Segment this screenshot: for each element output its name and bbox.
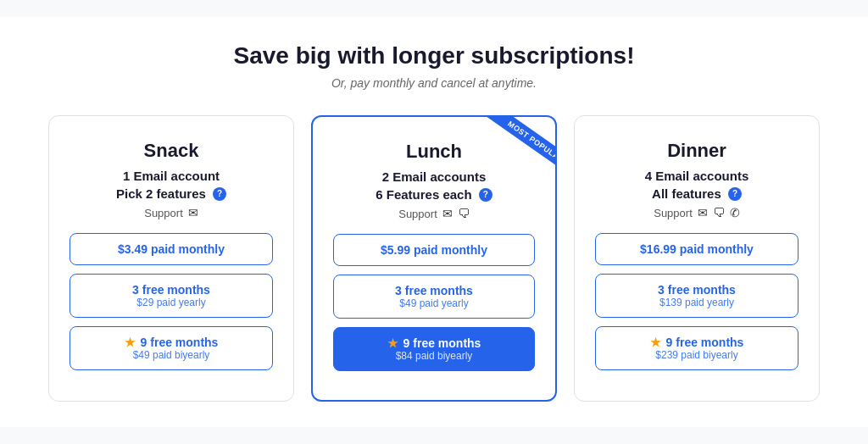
page-header: Save big with longer subscriptions! Or, … xyxy=(34,42,834,90)
phone-icon: ✆ xyxy=(730,206,740,219)
price-sub: $49 paid biyearly xyxy=(81,349,262,361)
price-main: $3.49 paid monthly xyxy=(81,242,262,256)
price-btn-dinner-0[interactable]: $16.99 paid monthly xyxy=(595,233,798,265)
info-icon[interactable]: ? xyxy=(213,187,226,201)
plans-container: Snack1 Email accountPick 2 features ?Sup… xyxy=(34,115,834,402)
support-row-dinner: Support✉🗨✆ xyxy=(654,206,740,219)
price-sub: $84 paid biyearly xyxy=(344,350,524,362)
plan-card-dinner: Dinner4 Email accountsAll features ?Supp… xyxy=(574,115,820,402)
support-row-snack: Support✉ xyxy=(144,206,198,219)
price-btn-dinner-2[interactable]: ★9 free months$239 paid biyearly xyxy=(595,326,798,370)
email-icon: ✉ xyxy=(188,206,198,219)
price-main: $5.99 paid monthly xyxy=(344,243,524,257)
support-label: Support xyxy=(144,207,183,219)
price-main: $16.99 paid monthly xyxy=(606,242,787,256)
price-sub: $139 paid yearly xyxy=(606,297,787,308)
plan-emails-snack: 1 Email account xyxy=(123,169,220,183)
plan-name-snack: Snack xyxy=(144,140,199,162)
chat-icon: 🗨 xyxy=(713,206,725,219)
support-label: Support xyxy=(654,207,693,219)
support-row-lunch: Support✉🗨 xyxy=(398,207,470,220)
chat-icon: 🗨 xyxy=(458,207,470,220)
info-icon[interactable]: ? xyxy=(728,187,742,201)
price-btn-lunch-0[interactable]: $5.99 paid monthly xyxy=(333,234,535,266)
price-btn-lunch-1[interactable]: 3 free months$49 paid yearly xyxy=(333,275,535,319)
plan-name-dinner: Dinner xyxy=(667,140,726,162)
plan-features-lunch: 6 Features each ? xyxy=(376,187,492,202)
price-btn-lunch-2[interactable]: ★9 free months$84 paid biyearly xyxy=(333,327,535,371)
page-wrapper: Save big with longer subscriptions! Or, … xyxy=(0,17,868,427)
price-sub: $49 paid yearly xyxy=(344,297,524,309)
star-icon: ★ xyxy=(125,336,136,349)
price-main: 3 free months xyxy=(606,283,787,297)
price-main: ★9 free months xyxy=(606,336,787,349)
email-icon: ✉ xyxy=(442,207,453,220)
price-main: 3 free months xyxy=(344,284,524,297)
price-btn-snack-0[interactable]: $3.49 paid monthly xyxy=(70,233,273,265)
price-btn-dinner-1[interactable]: 3 free months$139 paid yearly xyxy=(595,274,798,318)
plan-features-dinner: All features ? xyxy=(652,186,742,201)
price-btn-snack-2[interactable]: ★9 free months$49 paid biyearly xyxy=(70,326,273,370)
email-icon: ✉ xyxy=(698,206,708,219)
star-icon: ★ xyxy=(387,336,398,350)
plan-features-snack: Pick 2 features ? xyxy=(116,186,226,201)
most-popular-ribbon: MOST POPULAR xyxy=(482,115,557,172)
plan-name-lunch: Lunch xyxy=(406,141,462,163)
price-sub: $29 paid yearly xyxy=(81,297,262,308)
support-label: Support xyxy=(398,208,437,220)
plan-card-snack: Snack1 Email accountPick 2 features ?Sup… xyxy=(48,115,294,402)
plan-card-lunch: MOST POPULARLunch2 Email accounts6 Featu… xyxy=(311,115,557,402)
star-icon: ★ xyxy=(650,336,661,349)
plan-emails-dinner: 4 Email accounts xyxy=(645,169,749,183)
price-main: 3 free months xyxy=(81,283,262,297)
page-title: Save big with longer subscriptions! xyxy=(34,42,834,69)
price-sub: $239 paid biyearly xyxy=(606,349,787,361)
price-main: ★9 free months xyxy=(344,336,524,350)
info-icon[interactable]: ? xyxy=(479,188,492,202)
plan-emails-lunch: 2 Email accounts xyxy=(382,169,487,184)
price-btn-snack-1[interactable]: 3 free months$29 paid yearly xyxy=(70,274,273,318)
page-subtitle: Or, pay monthly and cancel at anytime. xyxy=(34,76,834,90)
price-main: ★9 free months xyxy=(81,336,262,349)
